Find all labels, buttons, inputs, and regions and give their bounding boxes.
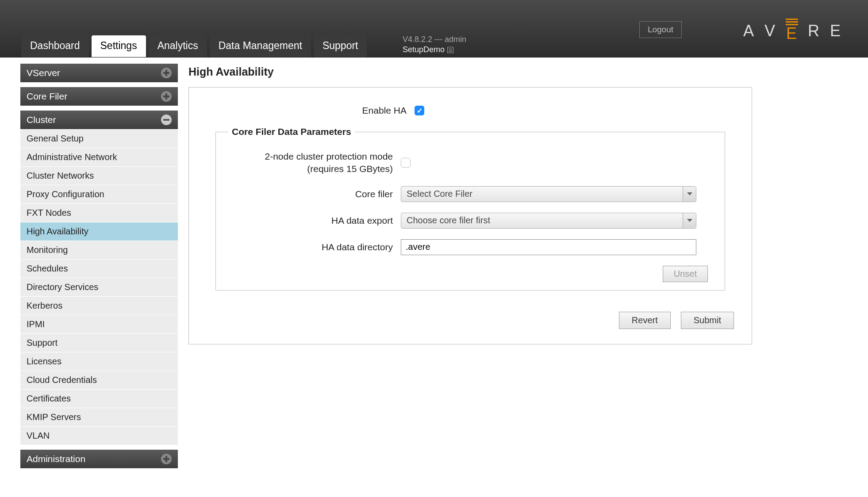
revert-button[interactable]: Revert [619, 312, 671, 329]
ha-dir-input[interactable] [401, 239, 696, 255]
plus-icon [161, 91, 172, 102]
sidebar-item-ipmi[interactable]: IPMI [20, 315, 178, 334]
core-filer-label: Core filer [228, 189, 401, 199]
core-filer-select-value: Select Core Filer [401, 189, 472, 199]
submit-button[interactable]: Submit [681, 312, 734, 329]
logo-letter-e: E [786, 19, 798, 43]
sidebar-item-licenses[interactable]: Licenses [20, 352, 178, 371]
sidebar-item-monitoring[interactable]: Monitoring [20, 241, 178, 260]
tab-analytics[interactable]: Analytics [149, 35, 207, 57]
sidebar-section-label: Cluster [27, 115, 56, 125]
tab-data-management[interactable]: Data Management [210, 35, 311, 57]
sidebar-item-administrative-network[interactable]: Administrative Network [20, 148, 178, 167]
plus-icon [161, 454, 172, 464]
sidebar-item-fxt-nodes[interactable]: FXT Nodes [20, 204, 178, 222]
ha-export-select[interactable]: Choose core filer first [401, 213, 696, 229]
cluster-name: SetupDemo [403, 45, 445, 55]
list-icon[interactable] [447, 47, 453, 53]
logo-letter: R [808, 22, 820, 40]
sidebar-section-cluster[interactable]: Cluster [20, 111, 178, 130]
sidebar-section-label: Core Filer [27, 91, 67, 102]
logo: A V E R E [743, 19, 841, 43]
sidebar-item-support[interactable]: Support [20, 334, 178, 352]
two-node-label: 2-node cluster protection mode (requires… [228, 150, 401, 176]
chevron-down-icon [683, 187, 696, 202]
sidebar: VServer Core Filer Cluster General Setup… [20, 64, 178, 473]
ha-export-select-value: Choose core filer first [401, 215, 490, 226]
sidebar-section-label: VServer [27, 68, 60, 78]
sidebar-item-vlan[interactable]: VLAN [20, 427, 178, 445]
fieldset-legend: Core Filer Data Parameters [228, 126, 355, 137]
sidebar-item-kerberos[interactable]: Kerberos [20, 297, 178, 315]
enable-ha-label: Enable HA [202, 105, 415, 116]
sidebar-cluster-list: General Setup Administrative Network Clu… [20, 130, 178, 445]
page-title: High Availability [188, 65, 868, 78]
topbar: Logout A V E R E V4.8.2.2 --- admin Setu… [0, 0, 868, 57]
enable-ha-checkbox[interactable] [415, 106, 424, 115]
ha-export-label: HA data export [228, 215, 401, 226]
sidebar-item-proxy-configuration[interactable]: Proxy Configuration [20, 185, 178, 204]
tab-settings[interactable]: Settings [92, 35, 146, 57]
core-filer-params-fieldset: Core Filer Data Parameters 2-node cluste… [215, 126, 725, 291]
sidebar-item-directory-services[interactable]: Directory Services [20, 278, 178, 297]
logo-letter: A [743, 22, 755, 40]
core-filer-select[interactable]: Select Core Filer [401, 186, 696, 202]
sidebar-item-cloud-credentials[interactable]: Cloud Credentials [20, 371, 178, 390]
tab-dashboard[interactable]: Dashboard [21, 35, 89, 57]
logo-letter: E [830, 22, 841, 40]
ha-panel: Enable HA Core Filer Data Parameters 2-n… [188, 87, 752, 344]
tab-support[interactable]: Support [314, 35, 367, 57]
sidebar-item-schedules[interactable]: Schedules [20, 260, 178, 278]
two-node-checkbox[interactable] [401, 158, 411, 168]
sidebar-section-vserver[interactable]: VServer [20, 64, 178, 83]
minus-icon [161, 115, 172, 125]
sidebar-item-cluster-networks[interactable]: Cluster Networks [20, 167, 178, 185]
sidebar-section-label: Administration [27, 454, 85, 464]
logout-button[interactable]: Logout [639, 21, 682, 38]
unset-button[interactable]: Unset [663, 266, 708, 282]
sidebar-section-core-filer[interactable]: Core Filer [20, 87, 178, 106]
logo-letter: V [764, 22, 776, 40]
version-text: V4.8.2.2 --- admin [403, 34, 466, 45]
main-tabs: Dashboard Settings Analytics Data Manage… [21, 35, 367, 57]
header-meta: V4.8.2.2 --- admin SetupDemo [403, 34, 466, 55]
plus-icon [161, 68, 172, 78]
chevron-down-icon [683, 213, 696, 228]
ha-dir-label: HA data directory [228, 242, 401, 252]
sidebar-item-certificates[interactable]: Certificates [20, 390, 178, 408]
main-area: High Availability Enable HA Core Filer D… [178, 64, 868, 473]
sidebar-item-high-availability[interactable]: High Availability [20, 222, 178, 241]
sidebar-item-general-setup[interactable]: General Setup [20, 130, 178, 148]
sidebar-item-kmip-servers[interactable]: KMIP Servers [20, 408, 178, 427]
sidebar-section-administration[interactable]: Administration [20, 450, 178, 469]
